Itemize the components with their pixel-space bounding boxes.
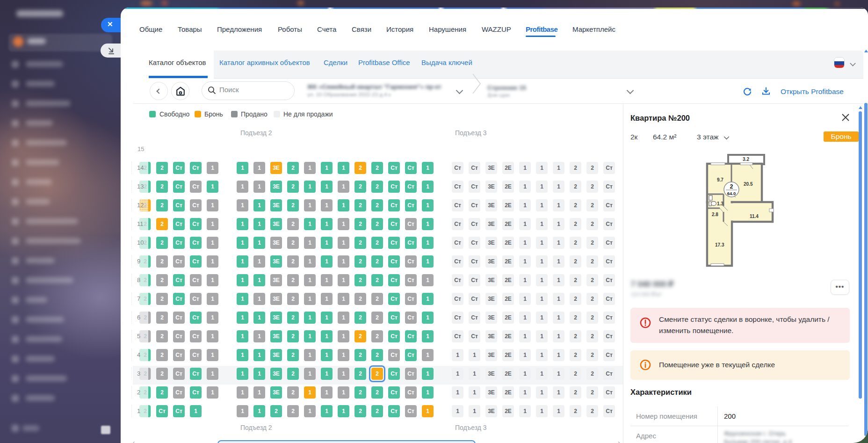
svg-text:64.0: 64.0 [727,191,736,196]
svg-text:17.3: 17.3 [715,242,724,247]
svg-text:11.4: 11.4 [750,214,759,219]
svg-text:2.8: 2.8 [712,212,718,217]
svg-text:9.7: 9.7 [717,177,723,182]
svg-text:2: 2 [730,183,733,190]
svg-text:20.5: 20.5 [744,182,753,187]
svg-text:1.3: 1.3 [717,201,723,206]
svg-text:3.2: 3.2 [743,157,749,162]
